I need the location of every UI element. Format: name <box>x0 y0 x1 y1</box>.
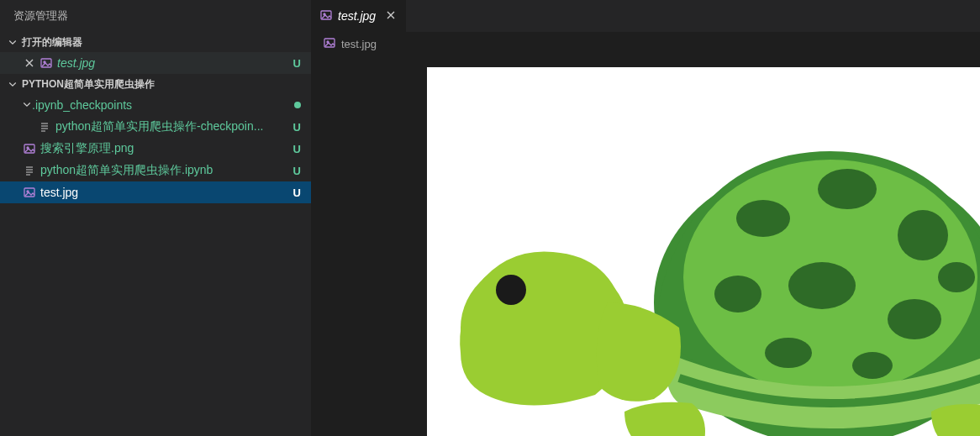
tab-close-icon[interactable] <box>384 8 398 24</box>
svg-point-22 <box>496 275 526 305</box>
file-name: 搜索引擎原理.png <box>40 141 288 156</box>
section-workspace[interactable]: PYTHON超简单实用爬虫操作 <box>0 74 311 94</box>
file-name: python超简单实用爬虫操作-checkpoin... <box>55 119 288 134</box>
git-status-dot <box>294 102 301 108</box>
document-file-icon <box>37 120 52 134</box>
tab-label: test.jpg <box>338 9 376 23</box>
svg-point-18 <box>938 262 975 292</box>
file-item[interactable]: 搜索引擎原理.png U <box>0 138 311 160</box>
svg-point-13 <box>818 169 877 209</box>
chevron-down-icon <box>7 79 18 89</box>
section-open-editors[interactable]: 打开的编辑器 <box>0 32 311 52</box>
file-item[interactable]: python超简单实用爬虫操作-checkpoin... U <box>0 116 311 138</box>
svg-point-14 <box>898 210 948 260</box>
tab-bar: test.jpg <box>311 0 980 32</box>
file-item[interactable]: python超简单实用爬虫操作.ipynb U <box>0 160 311 181</box>
svg-point-16 <box>788 262 856 309</box>
document-file-icon <box>22 164 37 177</box>
image-file-icon <box>22 186 37 199</box>
image-file-icon <box>39 56 54 70</box>
file-name: python超简单实用爬虫操作.ipynb <box>40 163 288 178</box>
explorer-title: 资源管理器 <box>0 0 311 32</box>
image-file-icon <box>323 36 336 52</box>
editor-area: test.jpg test.jpg <box>311 0 980 436</box>
breadcrumb[interactable]: test.jpg <box>311 32 980 55</box>
section-workspace-label: PYTHON超简单实用爬虫操作 <box>22 77 155 92</box>
svg-point-15 <box>714 276 761 313</box>
chevron-down-icon <box>7 37 18 47</box>
file-item-selected[interactable]: test.jpg U <box>0 181 311 203</box>
open-editor-item[interactable]: test.jpg U <box>0 52 311 74</box>
git-status-badge: U <box>293 186 301 199</box>
git-status-badge: U <box>293 143 301 155</box>
git-status-badge: U <box>293 165 301 177</box>
image-preview-canvas <box>427 67 980 436</box>
explorer-sidebar: 资源管理器 打开的编辑器 test.jpg U PYTHON超简单实用爬虫操作 … <box>0 0 311 436</box>
editor-tab[interactable]: test.jpg <box>311 0 406 32</box>
open-editor-filename: test.jpg <box>57 56 288 70</box>
svg-point-17 <box>888 299 941 339</box>
close-icon[interactable] <box>22 56 37 70</box>
image-file-icon <box>22 142 37 155</box>
folder-item[interactable]: .ipynb_checkpoints <box>0 94 311 116</box>
file-name: test.jpg <box>40 186 288 199</box>
breadcrumb-label: test.jpg <box>341 38 377 50</box>
svg-point-19 <box>765 338 812 368</box>
image-preview-viewport[interactable] <box>311 55 980 436</box>
git-status-badge: U <box>293 57 301 70</box>
git-status-badge: U <box>293 121 301 134</box>
image-file-icon <box>319 8 333 24</box>
chevron-down-icon <box>22 98 32 112</box>
folder-name: .ipynb_checkpoints <box>32 98 294 112</box>
svg-point-20 <box>852 352 893 379</box>
svg-point-12 <box>736 200 790 237</box>
section-open-editors-label: 打开的编辑器 <box>22 35 82 50</box>
